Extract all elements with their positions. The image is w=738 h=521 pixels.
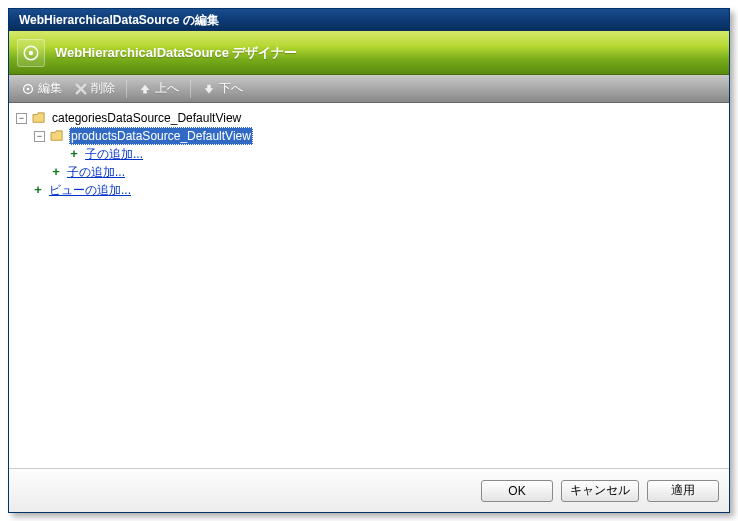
designer-title: WebHierarchicalDataSource デザイナー <box>55 44 298 62</box>
delete-button[interactable]: 削除 <box>70 78 119 99</box>
collapse-toggle-icon[interactable]: − <box>16 113 27 124</box>
collapse-toggle-icon[interactable]: − <box>34 131 45 142</box>
dialog-footer: OK キャンセル 適用 <box>9 468 729 512</box>
svg-point-3 <box>27 87 30 90</box>
toolbar-separator <box>190 80 191 98</box>
tree-node-add-view[interactable]: + ビューの追加... <box>15 181 725 199</box>
window-title: WebHierarchicalDataSource の編集 <box>19 12 219 29</box>
down-label: 下へ <box>219 80 243 97</box>
tree-node-add-child[interactable]: + 子の追加... <box>33 163 725 181</box>
add-child-link[interactable]: 子の追加... <box>84 145 144 163</box>
folder-icon <box>50 130 64 142</box>
gear-icon <box>21 82 35 96</box>
title-bar: WebHierarchicalDataSource の編集 <box>9 9 729 31</box>
delete-x-icon <box>74 82 88 96</box>
folder-icon <box>32 112 46 124</box>
tree-panel: − categoriesDataSource_DefaultView − <box>9 103 729 468</box>
toolbar: 編集 削除 上へ 下へ <box>9 75 729 103</box>
apply-button[interactable]: 適用 <box>647 480 719 502</box>
toolbar-separator <box>126 80 127 98</box>
up-label: 上へ <box>155 80 179 97</box>
delete-label: 削除 <box>91 80 115 97</box>
datasource-icon <box>17 39 45 67</box>
arrow-up-icon <box>138 82 152 96</box>
cancel-button[interactable]: キャンセル <box>561 480 639 502</box>
tree-node-root[interactable]: − categoriesDataSource_DefaultView <box>15 109 725 127</box>
add-view-link[interactable]: ビューの追加... <box>48 181 132 199</box>
designer-header: WebHierarchicalDataSource デザイナー <box>9 31 729 75</box>
svg-point-1 <box>29 50 34 55</box>
edit-button[interactable]: 編集 <box>17 78 66 99</box>
tree-node-child[interactable]: − productsDataSource_DefaultView <box>33 127 725 145</box>
dialog-window: WebHierarchicalDataSource の編集 WebHierarc… <box>8 8 730 513</box>
plus-icon: + <box>32 184 44 196</box>
tree-node-label: categoriesDataSource_DefaultView <box>51 109 242 127</box>
edit-label: 編集 <box>38 80 62 97</box>
toggle-spacer <box>52 149 63 160</box>
tree-node-add-child[interactable]: + 子の追加... <box>51 145 725 163</box>
toggle-spacer <box>34 167 45 178</box>
arrow-down-icon <box>202 82 216 96</box>
move-up-button[interactable]: 上へ <box>134 78 183 99</box>
tree-node-label-selected: productsDataSource_DefaultView <box>69 127 253 145</box>
plus-icon: + <box>68 148 80 160</box>
plus-icon: + <box>50 166 62 178</box>
tree-view[interactable]: − categoriesDataSource_DefaultView − <box>13 109 725 199</box>
ok-button[interactable]: OK <box>481 480 553 502</box>
toggle-spacer <box>16 185 27 196</box>
add-child-link[interactable]: 子の追加... <box>66 163 126 181</box>
move-down-button[interactable]: 下へ <box>198 78 247 99</box>
